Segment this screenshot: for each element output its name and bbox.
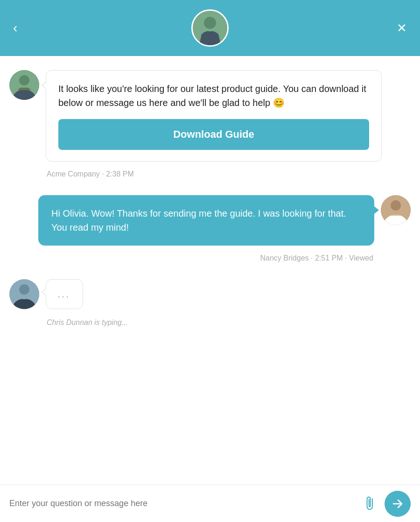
svg-point-1 bbox=[204, 17, 216, 29]
svg-point-4 bbox=[19, 75, 29, 85]
typing-bubble: ... bbox=[46, 279, 83, 309]
typing-dots: ... bbox=[57, 288, 70, 300]
message-input[interactable] bbox=[9, 499, 357, 508]
agent-message-text: It looks like you're looking for our lat… bbox=[58, 82, 369, 110]
attach-icon[interactable] bbox=[360, 493, 381, 514]
back-button[interactable]: ‹ bbox=[13, 21, 17, 35]
nancy-avatar bbox=[381, 195, 411, 225]
typing-indicator-wrapper: ... bbox=[9, 279, 411, 309]
close-button[interactable]: ✕ bbox=[397, 21, 407, 35]
download-guide-button[interactable]: Download Guide bbox=[58, 119, 369, 150]
chat-area: It looks like you're looking for our lat… bbox=[0, 56, 420, 485]
agent-bubble: It looks like you're looking for our lat… bbox=[46, 70, 382, 162]
svg-point-6 bbox=[391, 200, 401, 211]
user-message-meta: Nancy Bridges · 2:51 PM · Viewed bbox=[9, 254, 373, 262]
header-avatar bbox=[191, 9, 229, 47]
typing-label: Chris Dunnan is typing... bbox=[47, 318, 411, 327]
input-area bbox=[0, 485, 420, 522]
user-message-text: Hi Olivia. Wow! Thanks for sending me th… bbox=[51, 206, 361, 234]
olivia-avatar bbox=[9, 70, 39, 100]
user-bubble: Hi Olivia. Wow! Thanks for sending me th… bbox=[38, 195, 374, 246]
user-message: Hi Olivia. Wow! Thanks for sending me th… bbox=[9, 195, 411, 246]
chris-avatar bbox=[9, 279, 39, 309]
agent-message: It looks like you're looking for our lat… bbox=[9, 70, 411, 162]
send-button[interactable] bbox=[385, 491, 411, 517]
chat-header: ‹ ✕ bbox=[0, 0, 420, 56]
svg-point-8 bbox=[19, 284, 29, 295]
agent-message-meta: Acme Company · 2:38 PM bbox=[47, 170, 411, 178]
